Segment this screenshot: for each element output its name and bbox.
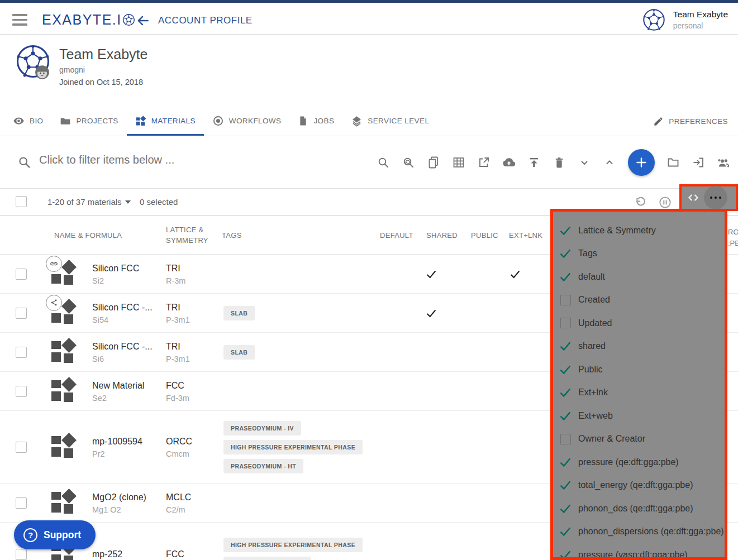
refresh-icon[interactable] xyxy=(633,195,647,209)
menu-item-ext-web[interactable]: Ext+web xyxy=(553,404,725,428)
menu-item-ext-lnk[interactable]: Ext+lnk xyxy=(553,381,725,405)
tab-projects[interactable]: PROJECTS xyxy=(51,106,126,136)
chevron-down-icon[interactable] xyxy=(578,156,591,169)
tab-preferences[interactable]: PREFERENCES xyxy=(653,106,728,136)
tab-materials[interactable]: MATERIALS xyxy=(127,106,204,136)
menu-item-tags[interactable]: Tags xyxy=(553,242,725,266)
add-material-button[interactable] xyxy=(628,149,655,176)
lattice-symmetry: ORCCCmcm xyxy=(166,436,192,458)
folder-icon[interactable] xyxy=(666,156,680,169)
filter-input[interactable] xyxy=(39,154,352,166)
checked-icon xyxy=(559,271,572,283)
column-public[interactable]: PUBLIC xyxy=(471,231,498,239)
shared-check xyxy=(425,307,437,319)
column-lattice-symmetry[interactable]: LATTICE &SYMMETRY xyxy=(166,224,208,246)
tag-chip: HIGH PRESSURE EXPERIMENTAL PHASE xyxy=(223,538,363,552)
material-icon xyxy=(50,339,77,365)
menu-item-shared[interactable]: shared xyxy=(553,335,725,358)
search-icon[interactable] xyxy=(377,156,390,169)
checked-icon xyxy=(559,247,572,260)
open-in-new-icon[interactable] xyxy=(477,156,491,169)
menu-item-phonon-dispersions-qe-dft-gga-pbe[interactable]: phonon_dispersions (qe:dft:gga:pbe) xyxy=(553,520,725,544)
lattice-symmetry: MCLCC2/m xyxy=(166,492,191,514)
menu-item-label: total_energy (qe:dft:gga:pbe) xyxy=(578,480,693,490)
unchecked-box xyxy=(560,318,571,328)
plus-icon xyxy=(635,156,648,169)
row-checkbox[interactable] xyxy=(16,497,27,509)
row-checkbox[interactable] xyxy=(16,347,27,358)
avatar xyxy=(642,8,665,31)
layers-icon xyxy=(351,115,363,127)
import-icon[interactable] xyxy=(692,156,705,169)
tab-jobs[interactable]: JOBS xyxy=(289,106,342,136)
menu-item-pressure-qe-dft-gga-pbe[interactable]: pressure (qe:dft:gga:pbe) xyxy=(553,451,725,474)
menu-item-updated[interactable]: Updated xyxy=(553,312,725,335)
grid-icon[interactable] xyxy=(452,156,465,169)
row-checkbox[interactable] xyxy=(16,308,27,319)
column-tags[interactable]: TAGS xyxy=(222,231,242,239)
material-name-formula[interactable]: mp-252 xyxy=(92,549,162,559)
profile-name: Team Exabyte xyxy=(59,46,147,63)
face-badge-icon xyxy=(35,65,50,80)
column-name-formula[interactable]: NAME & FORMULA xyxy=(54,231,122,239)
material-icon xyxy=(50,300,77,326)
menu-item-owner-creator[interactable]: Owner & Creator xyxy=(553,428,725,451)
row-checkbox[interactable] xyxy=(16,549,27,560)
material-name-formula[interactable]: Silicon FCC -...Si6 xyxy=(92,341,162,363)
select-all-checkbox[interactable] xyxy=(16,196,27,207)
cloud-upload-icon[interactable] xyxy=(502,156,516,169)
shared-check xyxy=(425,268,437,280)
hamburger-menu-icon[interactable] xyxy=(12,14,27,26)
chevron-up-icon[interactable] xyxy=(603,156,616,169)
material-name-formula[interactable]: mp-1009594Pr2 xyxy=(92,436,162,458)
menu-item-label: Tags xyxy=(578,248,597,259)
support-button[interactable]: ? Support xyxy=(14,520,96,549)
share-badge xyxy=(46,295,62,311)
lattice-symmetry: TRIP-3m1 xyxy=(166,302,190,324)
menu-item-lattice-symmetry[interactable]: Lattice & Symmetry xyxy=(553,219,725,242)
material-icon xyxy=(50,434,77,460)
pagination-caret-icon[interactable] xyxy=(125,200,131,204)
row-checkbox[interactable] xyxy=(16,269,27,280)
menu-item-default[interactable]: default xyxy=(553,265,725,289)
material-name-formula[interactable]: MgO2 (clone)Mg1 O2 xyxy=(92,492,162,514)
column-default[interactable]: DEFAULT xyxy=(380,231,413,239)
header-user-menu[interactable]: Team Exabyte personal xyxy=(642,8,728,31)
menu-item-total-energy-qe-dft-gga-pbe[interactable]: total_energy (qe:dft:gga:pbe) xyxy=(553,474,725,497)
menu-item-label: Lattice & Symmetry xyxy=(578,226,656,236)
copy-icon[interactable] xyxy=(427,156,440,169)
pagination-label[interactable]: 1-20 of 37 materials xyxy=(47,197,122,207)
group-add-icon[interactable] xyxy=(717,156,730,169)
column-shared[interactable]: SHARED xyxy=(426,231,458,239)
extlnk-check xyxy=(509,268,521,280)
pause-icon[interactable] xyxy=(658,195,672,209)
back-arrow-icon[interactable] xyxy=(136,13,150,28)
menu-item-label: default xyxy=(578,272,605,282)
checked-icon xyxy=(559,525,572,538)
exabyte-logo[interactable]: EXABYTE.I xyxy=(42,12,135,28)
menu-item-phonon-dos-qe-dft-gga-pbe[interactable]: phonon_dos (qe:dft:gga:pbe) xyxy=(553,497,725,520)
share-icon xyxy=(50,298,59,307)
menu-item-created[interactable]: Created xyxy=(553,289,725,312)
tab-service-level[interactable]: SERVICE LEVEL xyxy=(342,106,437,136)
menu-item-pressure-vasp-dft-gga-pbe[interactable]: pressure (vasp:dft:gga:pbe) xyxy=(553,543,725,560)
material-name-formula[interactable]: New MaterialSe2 xyxy=(92,380,162,402)
search-again-icon[interactable] xyxy=(402,156,415,169)
material-name-formula[interactable]: Silicon FCC -...Si54 xyxy=(92,302,162,324)
delete-icon[interactable] xyxy=(553,156,566,169)
profile-joined-date: Joined on Oct 15, 2018 xyxy=(59,78,143,87)
menu-item-public[interactable]: Public xyxy=(553,358,725,381)
material-name-formula[interactable]: Silicon FCCSi2 xyxy=(92,263,162,285)
more-options-button[interactable] xyxy=(704,186,727,209)
lattice-symmetry: TRIP-3m1 xyxy=(166,341,190,363)
column-ext-lnk[interactable]: EXT+LNK xyxy=(509,231,542,239)
code-view-icon[interactable] xyxy=(685,189,702,206)
upload-icon[interactable] xyxy=(527,156,541,169)
unchecked-box xyxy=(560,434,571,444)
tab-bio[interactable]: BIO xyxy=(4,106,51,136)
row-checkbox[interactable] xyxy=(16,442,27,453)
row-checkbox[interactable] xyxy=(16,386,27,397)
header-user-type: personal xyxy=(673,21,728,30)
menu-item-label: shared xyxy=(578,341,606,351)
tab-workflows[interactable]: WORKFLOWS xyxy=(204,106,290,136)
